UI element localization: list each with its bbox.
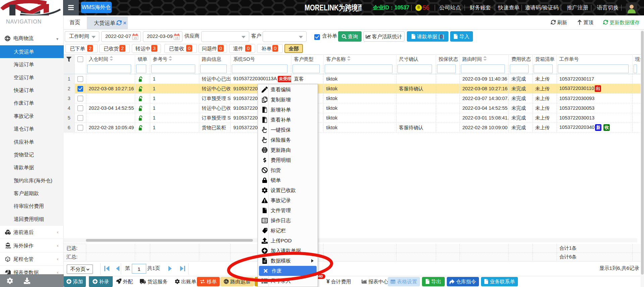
svg-text:15: 15: [175, 36, 178, 40]
svg-text:15: 15: [133, 36, 137, 40]
